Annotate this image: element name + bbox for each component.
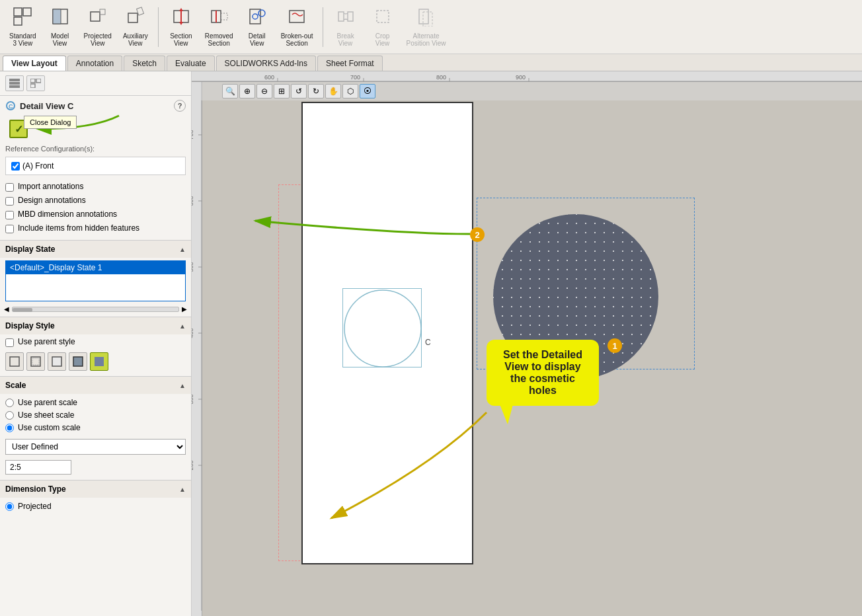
- svg-rect-28: [9, 82, 20, 85]
- radio-projected[interactable]: [5, 502, 14, 511]
- scroll-left-arrow[interactable]: ◀: [4, 305, 9, 313]
- breakview-icon: [336, 7, 356, 30]
- view-tool-pan[interactable]: ✋: [325, 84, 341, 98]
- dimension-type-header[interactable]: Dimension Type ▲: [0, 481, 191, 498]
- view-tool-zoomout[interactable]: ⊖: [256, 84, 272, 98]
- toolbar-alternatepos-label: AlternatePosition View: [407, 32, 446, 47]
- view-tool-rotate-cw[interactable]: ↻: [308, 84, 324, 98]
- style-btn-hidden-lines-removed[interactable]: [48, 352, 66, 371]
- svg-text:800: 800: [436, 74, 446, 81]
- style-btn-shaded-with-edges[interactable]: [69, 352, 87, 371]
- svg-rect-1: [23, 8, 31, 16]
- style-btn-shaded[interactable]: [90, 352, 108, 371]
- auxiliaryview-icon: [126, 7, 145, 30]
- badge-2: 2: [470, 227, 485, 242]
- tab-sheetformat[interactable]: Sheet Format: [317, 56, 383, 71]
- toolbar-projectedview[interactable]: ProjectedView: [80, 4, 116, 50]
- radio-use-parent-scale[interactable]: [5, 399, 14, 407]
- model-views-box: (A) Front: [5, 157, 186, 175]
- ruler-left-marks: 700 600 500 400 300 200: [192, 82, 202, 611]
- toolbar-detailview-label: DetailView: [249, 32, 266, 47]
- display-state-header[interactable]: Display State ▲: [0, 241, 191, 258]
- radio-use-sheet-scale[interactable]: [5, 411, 14, 420]
- checkbox-row-design: Design annotations: [5, 196, 186, 206]
- scroll-right-arrow[interactable]: ▶: [182, 305, 187, 313]
- drawing-sheet[interactable]: C: [301, 102, 473, 564]
- tab-annotation[interactable]: Annotation: [67, 56, 122, 71]
- view-tool-display-mode[interactable]: ⦿: [360, 84, 375, 98]
- dimension-type-label: Dimension Type: [5, 484, 66, 494]
- svg-text:900: 900: [516, 74, 526, 81]
- checkbox-import-annotations[interactable]: [5, 183, 14, 192]
- toolbar-breakview[interactable]: BreakView: [329, 4, 363, 50]
- checkbox-include-hidden[interactable]: [5, 225, 14, 233]
- svg-rect-38: [52, 357, 61, 366]
- scale-header[interactable]: Scale ▲: [0, 377, 191, 394]
- display-state-collapse-arrow: ▲: [179, 246, 186, 253]
- view-tool-3d[interactable]: ⬡: [342, 84, 358, 98]
- panel-section-header: C Detail View C ?: [0, 96, 191, 116]
- display-style-buttons: [0, 350, 191, 373]
- scale-section: Scale ▲ Use parent scale Use sheet scale…: [0, 376, 191, 477]
- panel-icon-grid[interactable]: [26, 75, 45, 91]
- label-use-custom-scale: Use custom scale: [18, 423, 81, 432]
- view-tool-search[interactable]: 🔍: [222, 84, 238, 98]
- tab-evaluate[interactable]: Evaluate: [167, 56, 215, 71]
- display-style-content: Use parent style: [0, 334, 191, 373]
- main-toolbar: Standard 3 View ModelView ProjectedView …: [0, 0, 862, 54]
- svg-text:700: 700: [350, 74, 360, 81]
- svg-rect-32: [30, 84, 35, 88]
- svg-text:300: 300: [192, 394, 194, 404]
- style-btn-wireframe[interactable]: [5, 352, 24, 371]
- toolbar-brokenout[interactable]: Broken-outSection: [277, 4, 317, 50]
- detailview-icon: [247, 7, 267, 30]
- radio-row-custom: Use custom scale: [5, 423, 186, 432]
- toolbar-breakview-label: BreakView: [337, 32, 354, 47]
- svg-rect-24: [377, 11, 389, 22]
- scale-input[interactable]: 2:5: [5, 460, 71, 475]
- checkbox-mbd-dimension[interactable]: [5, 211, 14, 219]
- scale-dropdown[interactable]: User Defined 1:1 1:2 2:1 1:5: [5, 439, 186, 455]
- display-state-content: <Default>_Display State 1 ◀ ▶: [0, 260, 191, 314]
- checkbox-use-parent-style[interactable]: [5, 338, 14, 347]
- svg-point-19: [258, 10, 265, 17]
- toolbar-cropview[interactable]: CropView: [366, 4, 400, 50]
- svg-text:700: 700: [192, 130, 194, 139]
- svg-rect-35: [10, 357, 19, 366]
- style-btn-hidden-lines-visible[interactable]: [26, 352, 45, 371]
- view-tool-rotate-ccw[interactable]: ↺: [291, 84, 307, 98]
- svg-rect-40: [95, 357, 104, 366]
- tab-viewlayout[interactable]: View Layout: [3, 56, 66, 71]
- svg-point-18: [253, 14, 258, 19]
- svg-rect-31: [36, 79, 41, 83]
- display-state-section: Display State ▲ <Default>_Display State …: [0, 240, 191, 314]
- toolbar-modelview[interactable]: ModelView: [43, 4, 77, 50]
- label-mbd-dimension: MBD dimension annotations: [18, 210, 117, 219]
- radio-use-custom-scale[interactable]: [5, 424, 14, 432]
- view-tool-zoomin[interactable]: ⊕: [239, 84, 255, 98]
- model-views-checkbox-front[interactable]: [11, 162, 20, 171]
- toolbar-alternatepos[interactable]: AlternatePosition View: [403, 4, 450, 50]
- toolbar-standard3view[interactable]: Standard 3 View: [5, 4, 40, 50]
- toolbar-removedsection[interactable]: RemovedSection: [201, 4, 237, 50]
- display-state-item-default[interactable]: <Default>_Display State 1: [6, 261, 185, 274]
- view-tool-fit[interactable]: ⊞: [274, 84, 290, 98]
- toolbar-sectionview[interactable]: SectionView: [164, 4, 198, 50]
- display-style-header[interactable]: Display Style ▲: [0, 317, 191, 334]
- dimension-type-collapse-arrow: ▲: [179, 486, 186, 493]
- panel-title-row: C Detail View C: [5, 100, 73, 111]
- toolbar-detailview[interactable]: DetailView: [240, 4, 274, 50]
- confirm-button[interactable]: [9, 120, 28, 138]
- tab-sketch[interactable]: Sketch: [124, 56, 165, 71]
- help-button[interactable]: ?: [174, 100, 186, 112]
- checkbox-design-annotations[interactable]: [5, 197, 14, 206]
- radio-row-parent: Use parent scale: [5, 398, 186, 407]
- display-style-collapse-arrow: ▲: [179, 323, 186, 330]
- svg-rect-39: [73, 357, 83, 366]
- tab-solidworksaddins[interactable]: SOLIDWORKS Add-Ins: [216, 56, 316, 71]
- toolbar-projectedview-label: ProjectedView: [84, 32, 112, 47]
- panel-icon-list[interactable]: [5, 75, 24, 91]
- toolbar-auxiliaryview[interactable]: AuxiliaryView: [118, 4, 153, 50]
- badge-1: 1: [607, 338, 622, 353]
- svg-rect-22: [338, 12, 344, 21]
